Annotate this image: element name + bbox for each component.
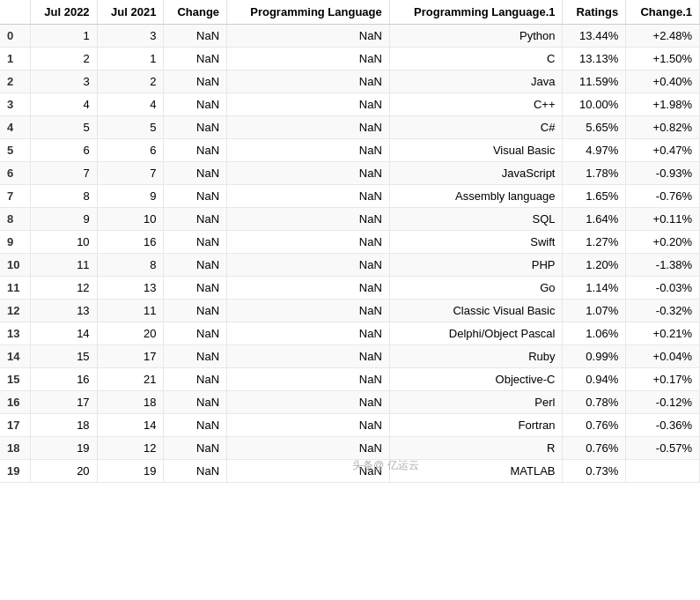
col-jul2021: Jul 2021 [97, 0, 164, 25]
cell-prog-lang1: Perl [389, 391, 563, 414]
cell-prog-lang1: Objective-C [389, 368, 563, 391]
cell-index: 4 [0, 116, 30, 139]
table-row: 151621NaNNaNObjective-C0.94%+0.17% [0, 368, 700, 391]
cell-jul2021: 18 [97, 391, 164, 414]
cell-prog-lang: NaN [227, 322, 390, 345]
cell-change: NaN [164, 162, 227, 185]
watermark-text2: 亿运云 [387, 458, 419, 473]
cell-jul2022: 6 [30, 139, 97, 162]
cell-jul2021: 10 [97, 208, 164, 231]
cell-prog-lang: NaN [227, 231, 390, 254]
cell-prog-lang1: Classic Visual Basic [389, 300, 563, 322]
col-change: Change [164, 0, 227, 25]
cell-index: 14 [0, 345, 30, 368]
cell-prog-lang: NaN [227, 162, 390, 185]
cell-jul2021: 13 [97, 277, 164, 300]
cell-ratings: 5.65% [563, 116, 626, 139]
table-row: 121NaNNaNC13.13%+1.50% [0, 48, 700, 70]
cell-index: 7 [0, 185, 30, 208]
cell-prog-lang: NaN [227, 345, 390, 368]
cell-prog-lang1: Visual Basic [389, 139, 563, 162]
cell-index: 1 [0, 48, 30, 70]
cell-jul2022: 5 [30, 116, 97, 139]
cell-ratings: 11.59% [563, 70, 626, 93]
cell-change1: +0.40% [626, 70, 700, 93]
cell-change: NaN [164, 25, 227, 48]
cell-change: NaN [164, 300, 227, 322]
cell-change: NaN [164, 70, 227, 93]
cell-jul2022: 17 [30, 391, 97, 414]
table-row: 232NaNNaNJava11.59%+0.40% [0, 70, 700, 93]
cell-change: NaN [164, 391, 227, 414]
cell-change: NaN [164, 185, 227, 208]
cell-jul2021: 16 [97, 231, 164, 254]
cell-jul2022: 1 [30, 25, 97, 48]
cell-prog-lang1: Swift [389, 231, 563, 254]
cell-prog-lang: NaN [227, 277, 390, 300]
table-row: 141517NaNNaNRuby0.99%+0.04% [0, 345, 700, 368]
cell-jul2022: 19 [30, 437, 97, 460]
col-jul2022: Jul 2022 [30, 0, 97, 25]
cell-prog-lang1: C# [389, 116, 563, 139]
cell-index: 13 [0, 322, 30, 345]
table-row: 131420NaNNaNDelphi/Object Pascal1.06%+0.… [0, 322, 700, 345]
cell-prog-lang: NaN [227, 70, 390, 93]
cell-jul2021: 17 [97, 345, 164, 368]
col-change1: Change.1 [626, 0, 700, 25]
cell-index: 16 [0, 391, 30, 414]
table-row: 161718NaNNaNPerl0.78%-0.12% [0, 391, 700, 414]
cell-ratings: 1.65% [563, 185, 626, 208]
cell-ratings: 0.76% [563, 414, 626, 437]
cell-change: NaN [164, 414, 227, 437]
cell-prog-lang1: Ruby [389, 345, 563, 368]
cell-jul2022: 8 [30, 185, 97, 208]
cell-jul2022: 13 [30, 300, 97, 322]
table-row: 344NaNNaNC++10.00%+1.98% [0, 93, 700, 116]
table-row: 10118NaNNaNPHP1.20%-1.38% [0, 254, 700, 277]
cell-ratings: 1.64% [563, 208, 626, 231]
cell-ratings: 1.78% [563, 162, 626, 185]
cell-ratings: 0.94% [563, 368, 626, 391]
cell-jul2022: 16 [30, 368, 97, 391]
cell-index: 0 [0, 25, 30, 48]
cell-jul2021: 11 [97, 300, 164, 322]
cell-jul2021: 1 [97, 48, 164, 70]
cell-jul2022: 7 [30, 162, 97, 185]
cell-prog-lang: NaN [227, 254, 390, 277]
cell-prog-lang1: C++ [389, 93, 563, 116]
cell-prog-lang: NaN [227, 93, 390, 116]
cell-prog-lang: NaN [227, 208, 390, 231]
table-row: 789NaNNaNAssembly language1.65%-0.76% [0, 185, 700, 208]
cell-change1: +0.04% [626, 345, 700, 368]
cell-prog-lang1: Go [389, 277, 563, 300]
cell-jul2021: 12 [97, 437, 164, 460]
cell-index: 8 [0, 208, 30, 231]
cell-change1: +1.50% [626, 48, 700, 70]
cell-change: NaN [164, 254, 227, 277]
cell-ratings: 1.14% [563, 277, 626, 300]
cell-prog-lang1: Delphi/Object Pascal [389, 322, 563, 345]
cell-prog-lang: NaN [227, 300, 390, 322]
cell-jul2021: 21 [97, 368, 164, 391]
cell-index: 18 [0, 437, 30, 460]
cell-jul2021: 9 [97, 185, 164, 208]
cell-change1: +0.82% [626, 116, 700, 139]
cell-ratings: 1.06% [563, 322, 626, 345]
cell-change1: -0.12% [626, 391, 700, 414]
cell-prog-lang: NaN [227, 48, 390, 70]
cell-jul2022: 14 [30, 322, 97, 345]
cell-jul2022: 10 [30, 231, 97, 254]
cell-ratings: 4.97% [563, 139, 626, 162]
cell-jul2022: 4 [30, 93, 97, 116]
cell-index: 3 [0, 93, 30, 116]
cell-change1: -1.38% [626, 254, 700, 277]
cell-prog-lang1: Fortran [389, 414, 563, 437]
cell-index: 15 [0, 368, 30, 391]
cell-prog-lang1: R [389, 437, 563, 460]
cell-jul2021: 4 [97, 93, 164, 116]
cell-prog-lang1: C [389, 48, 563, 70]
table-row: 566NaNNaNVisual Basic4.97%+0.47% [0, 139, 700, 162]
data-table: Jul 2022 Jul 2021 Change Programming Lan… [0, 0, 700, 483]
cell-change: NaN [164, 437, 227, 460]
cell-ratings: 0.78% [563, 391, 626, 414]
